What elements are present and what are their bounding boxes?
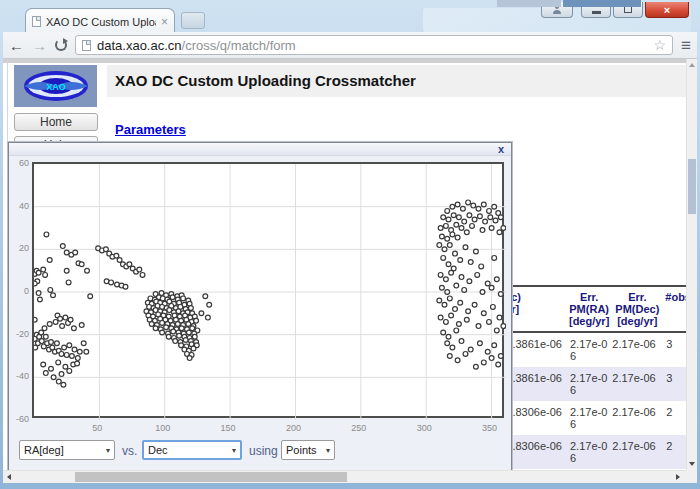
data-point bbox=[137, 267, 142, 272]
data-point bbox=[498, 354, 503, 359]
table-cell: 2.17e-06 bbox=[568, 332, 610, 367]
tab-close-icon[interactable]: × bbox=[161, 17, 168, 27]
data-point bbox=[75, 361, 80, 366]
data-point bbox=[203, 294, 208, 299]
data-point bbox=[461, 206, 466, 211]
data-point bbox=[453, 251, 458, 256]
data-point bbox=[77, 349, 82, 354]
data-point bbox=[492, 343, 497, 348]
data-point bbox=[36, 270, 41, 275]
data-point bbox=[64, 268, 69, 273]
vertical-scroll-thumb[interactable] bbox=[688, 159, 696, 214]
data-point bbox=[445, 236, 450, 241]
scatter-plot bbox=[34, 164, 506, 420]
scroll-left-icon[interactable] bbox=[7, 474, 11, 480]
data-point bbox=[36, 291, 41, 296]
table-cell: 2.17e-06 bbox=[610, 332, 664, 367]
dialog-titlebar[interactable] bbox=[9, 143, 511, 156]
browser-tab[interactable]: XAO DC Custom Uploa × bbox=[25, 8, 175, 34]
data-point bbox=[481, 311, 486, 316]
data-point bbox=[62, 345, 67, 350]
data-point bbox=[483, 219, 488, 224]
data-point bbox=[442, 247, 447, 252]
data-point bbox=[56, 379, 61, 384]
data-point bbox=[444, 277, 449, 282]
horizontal-scrollbar[interactable] bbox=[3, 470, 686, 483]
refresh-button[interactable] bbox=[55, 39, 67, 51]
data-point bbox=[171, 329, 176, 334]
data-point bbox=[481, 360, 486, 365]
data-point bbox=[160, 330, 165, 335]
data-point bbox=[457, 322, 462, 327]
data-point bbox=[474, 364, 479, 369]
menu-icon[interactable]: ≡ bbox=[681, 37, 691, 54]
x-tick-label: 150 bbox=[216, 423, 240, 433]
plot-style-select[interactable]: Points ▾ bbox=[281, 440, 335, 460]
back-button[interactable]: ← bbox=[9, 38, 24, 53]
parameters-link[interactable]: Parameters bbox=[115, 122, 186, 137]
data-point bbox=[474, 249, 479, 254]
data-point bbox=[472, 302, 477, 307]
data-point bbox=[64, 353, 69, 358]
scrollbar-corner bbox=[686, 470, 697, 483]
data-point bbox=[173, 339, 178, 344]
data-point bbox=[187, 330, 192, 335]
data-point bbox=[60, 244, 65, 249]
data-point bbox=[48, 288, 53, 293]
vs-label: vs. bbox=[122, 444, 137, 458]
data-point bbox=[501, 324, 506, 329]
data-point bbox=[466, 309, 471, 314]
data-point bbox=[450, 232, 455, 237]
data-point bbox=[464, 317, 469, 322]
data-point bbox=[467, 279, 472, 284]
data-point bbox=[491, 305, 496, 310]
background-window-fragment-gray bbox=[497, 0, 561, 7]
browser-toolbar: ← → data.xao.ac.cn/cross/q/match/form ☆ … bbox=[3, 32, 697, 59]
data-point bbox=[489, 226, 494, 231]
data-point bbox=[479, 264, 484, 269]
horizontal-scroll-thumb[interactable] bbox=[75, 472, 347, 482]
data-point bbox=[186, 322, 191, 327]
sidebar-item-home[interactable]: Home bbox=[14, 113, 98, 131]
data-point bbox=[464, 230, 469, 235]
address-bar[interactable]: data.xao.ac.cn/cross/q/match/form ☆ bbox=[75, 35, 673, 55]
data-point bbox=[487, 209, 492, 214]
x-axis-select[interactable]: RA[deg] ▾ bbox=[19, 440, 115, 460]
window-close-button[interactable]: × bbox=[645, 2, 689, 18]
chevron-down-icon: ▾ bbox=[106, 446, 110, 455]
bookmark-star-icon[interactable]: ☆ bbox=[654, 37, 667, 53]
data-point bbox=[38, 297, 43, 302]
table-cell: 2.17e-06 bbox=[568, 435, 610, 469]
data-point bbox=[55, 341, 60, 346]
vertical-scrollbar[interactable] bbox=[686, 59, 697, 470]
table-cell: 2.17e-06 bbox=[610, 367, 664, 401]
scroll-down-icon[interactable] bbox=[689, 462, 695, 466]
data-point bbox=[445, 290, 450, 295]
table-header-cell: Err. PM(RA) [deg/yr] bbox=[568, 286, 610, 332]
data-point bbox=[444, 224, 449, 229]
data-point bbox=[149, 322, 154, 327]
scroll-right-icon[interactable] bbox=[676, 474, 680, 480]
y-tick-label: 20 bbox=[10, 243, 29, 253]
y-axis-select[interactable]: Dec ▾ bbox=[142, 440, 242, 460]
dialog-close-button[interactable]: x bbox=[498, 143, 504, 156]
forward-button[interactable]: → bbox=[32, 38, 47, 53]
window-close-icon: × bbox=[664, 4, 670, 16]
data-point bbox=[72, 347, 77, 352]
data-point bbox=[463, 245, 468, 250]
url-text[interactable]: data.xao.ac.cn/cross/q/match/form bbox=[97, 38, 648, 53]
data-point bbox=[467, 213, 472, 218]
data-point bbox=[475, 273, 480, 278]
y-tick-label: -40 bbox=[10, 371, 29, 381]
x-tick-label: 300 bbox=[412, 423, 436, 433]
data-point bbox=[177, 333, 182, 338]
data-point bbox=[459, 339, 464, 344]
data-point bbox=[88, 294, 93, 299]
chevron-down-icon: ▾ bbox=[232, 446, 236, 455]
data-point bbox=[449, 313, 454, 318]
scatter-plot-frame bbox=[32, 162, 504, 418]
chevron-down-icon: ▾ bbox=[326, 446, 330, 455]
scroll-up-icon[interactable] bbox=[689, 63, 695, 67]
new-tab-button[interactable] bbox=[181, 12, 205, 29]
data-point bbox=[194, 318, 199, 323]
